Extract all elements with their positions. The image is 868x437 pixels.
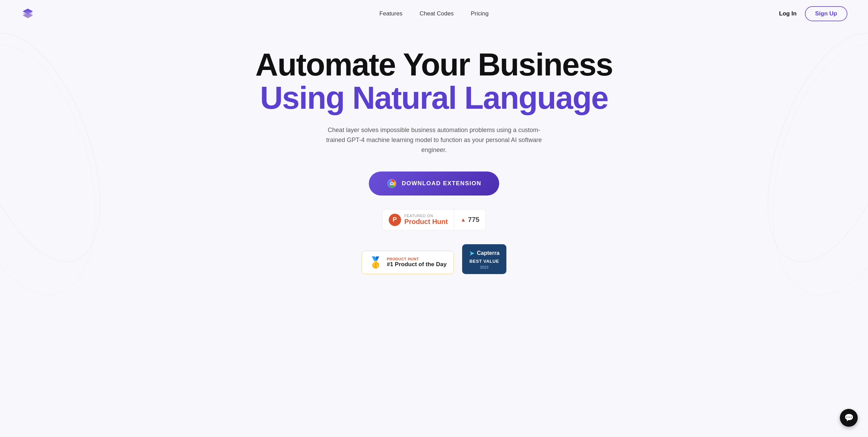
hero-title-line2: Using Natural Language: [260, 81, 608, 115]
product-hunt-badge[interactable]: P FEATURED ON Product Hunt ▲ 775: [382, 209, 486, 231]
login-button[interactable]: Log In: [779, 10, 797, 17]
logo-icon: [21, 7, 35, 21]
logo[interactable]: [21, 7, 35, 21]
badges-row: 🥇 PRODUCT HUNT #1 Product of the Day ➤ C…: [362, 244, 506, 274]
hero-section: Automate Your Business Using Natural Lan…: [0, 27, 868, 288]
ph-right-section: ▲ 775: [454, 212, 485, 228]
capterra-name: Capterra: [477, 250, 500, 256]
hero-subtitle: Cheat layer solves impossible business a…: [321, 125, 547, 155]
nav-link-features[interactable]: Features: [379, 10, 402, 17]
ph-vote-count: 775: [468, 216, 479, 224]
ph-day-label: PRODUCT HUNT: [387, 257, 419, 261]
signup-button[interactable]: Sign Up: [805, 6, 847, 21]
chat-icon: 💬: [844, 413, 854, 422]
medal-icon: 🥇: [369, 256, 383, 269]
nav-links: Features Cheat Codes Pricing: [379, 10, 489, 17]
download-extension-button[interactable]: DOWNLOAD EXTENSION: [369, 172, 499, 196]
product-of-day-badge[interactable]: 🥇 PRODUCT HUNT #1 Product of the Day: [362, 251, 454, 274]
ph-left-section: P FEATURED ON Product Hunt: [383, 210, 455, 230]
capterra-best-value: BEST VALUE: [469, 259, 499, 264]
nav-actions: Log In Sign Up: [779, 6, 847, 21]
cta-label: DOWNLOAD EXTENSION: [402, 180, 481, 187]
ph-logo: P: [389, 214, 401, 226]
ph-day-text: PRODUCT HUNT #1 Product of the Day: [387, 257, 447, 268]
capterra-badge[interactable]: ➤ Capterra BEST VALUE 2023: [462, 244, 506, 274]
chrome-icon: [387, 178, 397, 189]
chat-bubble-button[interactable]: 💬: [840, 409, 858, 427]
ph-day-value: #1 Product of the Day: [387, 261, 447, 268]
ph-arrow-icon: ▲: [460, 217, 466, 223]
capterra-arrow-icon: ➤: [469, 249, 475, 257]
ph-featured-on-label: FEATURED ON: [404, 214, 433, 218]
navbar: Features Cheat Codes Pricing Log In Sign…: [0, 0, 868, 27]
nav-link-cheat-codes[interactable]: Cheat Codes: [420, 10, 454, 17]
svg-point-12: [391, 182, 393, 185]
ph-name: Product Hunt: [404, 218, 448, 226]
capterra-header: ➤ Capterra: [469, 249, 500, 257]
capterra-year: 2023: [480, 265, 488, 269]
hero-title-line1: Automate Your Business: [255, 48, 613, 81]
ph-text-block: FEATURED ON Product Hunt: [404, 214, 448, 226]
nav-link-pricing[interactable]: Pricing: [471, 10, 489, 17]
